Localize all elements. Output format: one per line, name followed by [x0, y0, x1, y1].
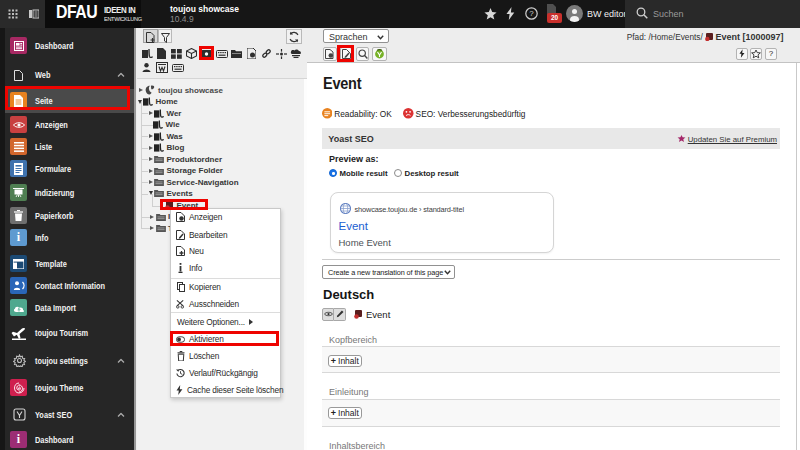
svg-text:?: ? — [529, 9, 534, 18]
